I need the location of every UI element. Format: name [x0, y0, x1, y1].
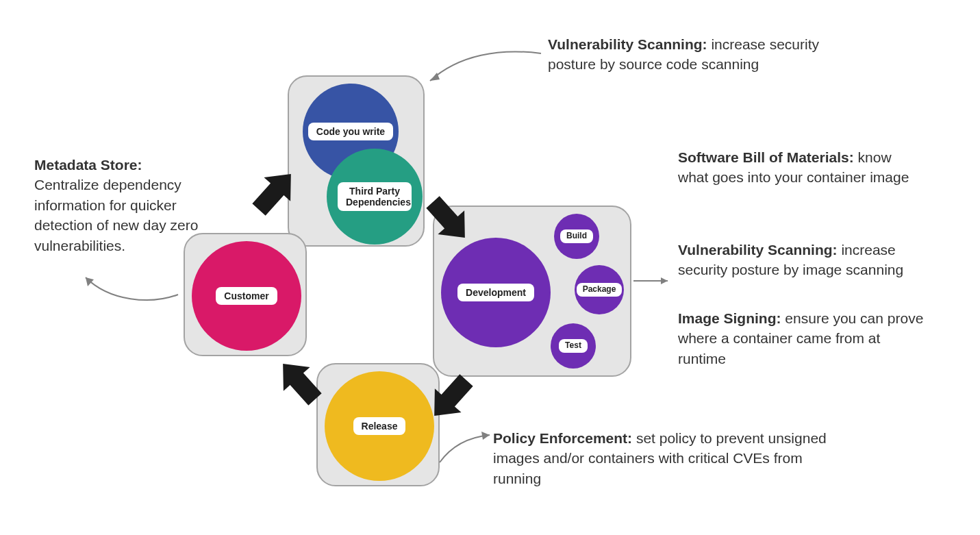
- label-development: Development: [457, 284, 534, 301]
- stage-development: Development Build Package Test: [433, 206, 631, 377]
- annotation-policy-enforcement: Policy Enforcement: set policy to preven…: [493, 428, 835, 488]
- stage-release: Release: [316, 363, 440, 486]
- annotation-vulnerability-scanning-code: Vulnerability Scanning: increase securit…: [548, 34, 835, 75]
- connector-top: [418, 41, 555, 96]
- annotation-sbom: Software Bill of Materials: know what go…: [678, 147, 925, 188]
- label-third-party-deps: Third PartyDependencies: [338, 182, 412, 211]
- annotation-image-signing: Image Signing: ensure you can prove wher…: [678, 308, 931, 369]
- circle-test: Test: [551, 323, 596, 369]
- label-package: Package: [577, 283, 623, 297]
- connector-bottom: [431, 425, 500, 466]
- label-build: Build: [560, 229, 593, 243]
- circle-build: Build: [554, 214, 599, 259]
- connector-right: [630, 271, 678, 291]
- svg-marker-5: [661, 277, 668, 284]
- circle-package: Package: [575, 265, 624, 314]
- svg-marker-4: [430, 73, 440, 81]
- annotation-metadata-store: Metadata Store:Centralize dependency inf…: [34, 155, 205, 256]
- label-release: Release: [353, 417, 406, 435]
- circle-release: Release: [325, 371, 434, 481]
- label-code-you-write: Code you write: [308, 123, 393, 140]
- connector-left: [75, 267, 185, 315]
- stage-code: Code you write Third PartyDependencies: [288, 75, 425, 247]
- label-customer: Customer: [216, 287, 277, 305]
- svg-marker-6: [481, 432, 490, 440]
- circle-development: Development: [441, 238, 551, 347]
- circle-third-party-deps: Third PartyDependencies: [327, 149, 423, 245]
- annotation-vulnerability-scanning-image: Vulnerability Scanning: increase securit…: [678, 240, 931, 280]
- svg-marker-7: [86, 277, 94, 286]
- circle-customer: Customer: [192, 241, 301, 351]
- label-test: Test: [559, 339, 588, 353]
